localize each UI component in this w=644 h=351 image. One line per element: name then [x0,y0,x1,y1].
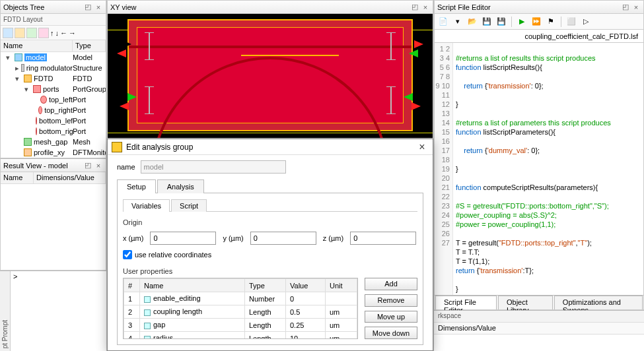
x-label: x (µm) [123,234,143,242]
tool-btn-3[interactable] [26,28,37,38]
close-icon[interactable]: × [94,3,103,12]
name-label: name [117,163,135,171]
fdtd-layout-label: FDTD Layout [1,14,106,26]
open-icon[interactable]: 📂 [466,16,478,28]
move-down-button[interactable]: Move down [365,327,417,339]
dialog-titlebar[interactable]: Edit analysis group × [108,139,433,155]
script-editor-panel: Script File Editor ◰ × 📄 ▾ 📂 💾 💾 ▶ ⏩ ⚑ ⬜… [434,0,644,310]
arrow-red-left [117,49,126,57]
stop-icon[interactable]: ⬜ [565,16,577,28]
z-input[interactable] [350,232,416,245]
result-view-columns: Name Dimensions/Value [1,172,106,184]
tree-row-top_left[interactable]: top_leftPort [1,94,106,105]
tab-object-library[interactable]: Object Library [498,296,553,309]
step-icon[interactable]: ▷ [580,16,592,28]
tree-row-model[interactable]: ▾modelModel [1,52,106,63]
tree-toolbar: ↑ ↓ ← → [1,26,106,40]
close-icon[interactable]: × [631,3,641,12]
save-as-icon[interactable]: 💾 [495,16,507,28]
arrow-down-icon[interactable]: ↓ [55,29,59,37]
tab-analysis[interactable]: Analysis [157,179,204,193]
rv-col-name[interactable]: Name [1,172,34,183]
arrow-red-br [411,102,421,110]
y-input[interactable] [250,232,316,245]
arrow-purple [122,40,131,48]
flag-icon[interactable]: ⚑ [545,16,557,28]
tree-row-profile_xy[interactable]: profile_xyDFTMonitor [1,147,106,158]
filename-tab[interactable]: coupling_coefficient_calc_FDTD.lsf [435,30,643,43]
tree-body[interactable]: ▾modelModel▸ring modulatorStructure▾FDTD… [1,52,106,158]
arrow-green-left [409,49,418,57]
table-row[interactable]: 1enable_editingNumber0 [124,292,357,305]
undock-icon[interactable]: ◰ [83,161,92,170]
tree-row-bottom_left[interactable]: bottom_leftPort [1,115,106,126]
result-view-title: Result View - model [3,162,82,170]
dialog-title: Edit analysis group [126,143,415,152]
tree-row-bottom_right[interactable]: bottom_rightPort [1,126,106,137]
tab-script-file-editor[interactable]: Script File Editor [435,296,497,309]
arrow-left-icon[interactable]: ← [60,29,67,37]
tree-row-FDTD[interactable]: ▾FDTDFDTD [1,73,106,84]
new-file-icon[interactable]: 📄 [437,16,449,28]
dialog-tabs: Setup Analysis [117,179,423,193]
move-up-button[interactable]: Move up [365,311,417,323]
arrow-red-bl [120,102,129,110]
use-relative-label: use relative coordinates [135,251,211,259]
code-editor[interactable]: 1 2 3 4 5 6 7 8 9 10 11 12 13 14 15 16 1… [435,43,643,295]
close-icon[interactable]: × [94,161,103,170]
undock-icon[interactable]: ◰ [83,3,92,12]
z-label: z (µm) [323,234,343,242]
close-icon[interactable]: × [415,141,429,153]
table-row[interactable]: 3gapLength0.25um [124,319,357,332]
dropdown-icon[interactable]: ▾ [452,16,464,28]
tree-row-ring-modulator[interactable]: ▸ring modulatorStructure [1,63,106,73]
name-input[interactable] [141,160,286,174]
objects-tree-title: Objects Tree [3,3,82,11]
subtab-script[interactable]: Script [171,199,207,212]
script-toolbar: 📄 ▾ 📂 💾 💾 ▶ ⏩ ⚑ ⬜ ▷ [435,14,643,30]
arrow-right-icon[interactable]: → [69,29,76,37]
tool-btn-4[interactable] [38,28,49,38]
run-icon[interactable]: ▶ [516,16,528,28]
script-prompt-body[interactable]: > [11,271,106,351]
y-label: y (µm) [223,234,243,242]
save-icon[interactable]: 💾 [481,16,493,28]
add-button[interactable]: Add [365,278,417,290]
script-editor-title: Script File Editor [437,3,620,11]
script-prompt-panel: pt Prompt > [0,271,106,351]
tree-row-ports[interactable]: ▾portsPortGroup [1,84,106,94]
xy-viewport[interactable] [108,14,433,138]
workspace-body [434,335,644,351]
remove-button[interactable]: Remove [365,294,417,307]
undock-icon[interactable]: ◰ [410,3,419,12]
result-view-body [1,184,106,270]
arrow-green-br [404,93,413,101]
col-name[interactable]: Name [1,40,73,51]
tree-row-mesh_gap[interactable]: mesh_gapMesh [1,137,106,147]
tool-btn-1[interactable] [3,28,13,38]
workspace-panel: rkspace Dimensions/Value [434,310,644,351]
tab-setup[interactable]: Setup [117,179,156,193]
tool-btn-2[interactable] [15,28,25,38]
workspace-cols[interactable]: Dimensions/Value [434,323,644,335]
dialog-subtabs: Variables Script [123,199,417,212]
bottom-tabs: Script File Editor Object Library Optimi… [435,295,643,309]
subtab-variables[interactable]: Variables [123,199,170,212]
tab-optimizations[interactable]: Optimizations and Sweeps [554,296,643,309]
use-relative-checkbox[interactable] [123,250,132,259]
arrow-green-bl [127,93,137,101]
rv-col-dimval[interactable]: Dimensions/Value [34,172,106,183]
script-prompt-tab[interactable]: pt Prompt [0,271,11,351]
x-input[interactable] [150,232,216,245]
col-type[interactable]: Type [73,40,106,51]
run-all-icon[interactable]: ⏩ [530,16,542,28]
close-icon[interactable]: × [421,3,430,12]
arrow-up-icon[interactable]: ↑ [50,29,54,37]
table-row[interactable]: 2coupling lengthLength0.5um [124,305,357,319]
origin-label: Origin [123,218,417,226]
arrow-red-right [414,40,423,48]
undock-icon[interactable]: ◰ [621,3,630,12]
user-props-table[interactable]: # Name Type Value Unit 1enable_editingNu… [123,278,358,339]
tree-row-top_right[interactable]: top_rightPort [1,105,106,115]
table-row[interactable]: 4radiusLength10um [124,332,357,340]
